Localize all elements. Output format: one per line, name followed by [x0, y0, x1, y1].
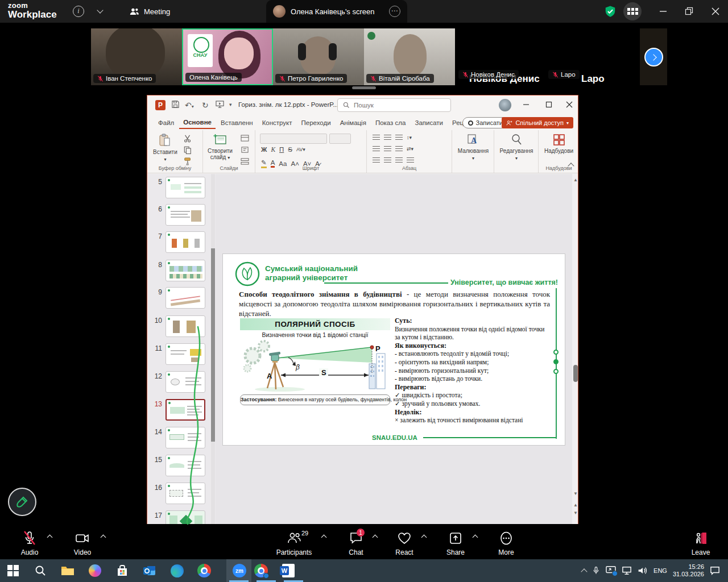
more-options-icon[interactable]: ⋯ — [389, 6, 400, 17]
video-button[interactable]: Video — [66, 531, 99, 556]
drawing-button[interactable]: A Малювання▾ — [457, 134, 490, 161]
apps-grid-icon[interactable] — [623, 2, 642, 20]
tray-network-icon[interactable] — [622, 566, 632, 575]
quick-access-chevron-icon[interactable]: ▾ — [229, 102, 232, 107]
react-options-chevron[interactable] — [421, 535, 427, 541]
tray-mic-icon[interactable] — [592, 566, 600, 576]
tab-file[interactable]: Файл — [154, 117, 178, 128]
decrease-indent-icon[interactable] — [373, 146, 380, 152]
tab-meeting[interactable]: Meeting — [122, 0, 178, 23]
font-name-select[interactable] — [260, 134, 327, 144]
video-tile[interactable]: Петро Гавриленко — [273, 28, 364, 85]
react-button[interactable]: React — [389, 531, 420, 556]
start-presentation-icon[interactable] — [216, 100, 224, 109]
thumbnail-slide-10[interactable]: 10 — [147, 315, 216, 338]
editing-button[interactable]: Редагування▾ — [499, 134, 534, 161]
bold-button[interactable]: Ж — [261, 146, 267, 153]
account-avatar[interactable] — [499, 99, 511, 111]
zoom-app-icon[interactable]: zm — [232, 563, 247, 578]
video-tile[interactable]: Іван Степченко — [91, 28, 182, 85]
scroll-up-icon[interactable]: ▲ — [573, 177, 578, 182]
scrollbar-thumb[interactable] — [573, 365, 578, 382]
thumbnail-slide-17[interactable]: 17 — [147, 510, 216, 524]
chevron-down-icon[interactable] — [97, 7, 103, 13]
slide-layout-icon[interactable] — [241, 135, 249, 142]
share-document-button[interactable]: Спільний доступ ▾ — [502, 117, 573, 128]
strikethrough-button[interactable]: S — [288, 146, 292, 153]
leave-button[interactable]: Leave — [685, 531, 717, 556]
security-shield-icon[interactable] — [604, 5, 617, 18]
taskbar-clock[interactable]: 15:26 31.03.2026 — [673, 563, 704, 578]
increase-indent-icon[interactable] — [384, 146, 391, 152]
video-options-chevron[interactable] — [101, 535, 106, 541]
text-direction-icon[interactable]: ⇄▾ — [407, 146, 413, 152]
font-size-select[interactable] — [329, 134, 351, 144]
tab-slideshow[interactable]: Показ сла — [371, 117, 410, 128]
annotate-button[interactable] — [8, 488, 36, 516]
audio-button[interactable]: Audio — [13, 531, 46, 556]
thumbnail-slide-7[interactable]: 7 — [147, 231, 216, 254]
thumbnail-slide-12[interactable]: 12 — [147, 371, 216, 394]
columns-icon[interactable] — [395, 146, 403, 152]
thumbnail-slide-5[interactable]: 5 — [147, 177, 216, 199]
justify-icon[interactable] — [407, 157, 414, 163]
thumbnail-slide-9[interactable]: 9 — [147, 287, 216, 310]
word-icon[interactable]: W — [281, 563, 296, 578]
taskbar-search-icon[interactable] — [33, 563, 48, 578]
chrome-icon[interactable] — [197, 563, 212, 578]
tab-screen-share[interactable]: Олена Канівець's screen ⋯ — [266, 0, 407, 23]
undo-icon[interactable]: ↶▾ — [185, 101, 194, 110]
align-right-icon[interactable] — [395, 157, 403, 163]
search-input[interactable]: Пошук — [337, 98, 451, 112]
video-tile-active-speaker[interactable]: СНАУ Олена Канівець — [182, 28, 273, 85]
notification-center-icon[interactable] — [710, 566, 720, 575]
restore-button[interactable] — [677, 0, 702, 23]
thumbnail-slide-15[interactable]: 15 — [147, 455, 216, 477]
ppt-close-button[interactable] — [558, 95, 578, 114]
align-left-icon[interactable] — [373, 157, 380, 163]
numbering-icon[interactable] — [384, 135, 391, 140]
close-button[interactable] — [703, 0, 728, 23]
new-slide-button[interactable]: Створитислайд ▾ — [208, 134, 233, 160]
char-spacing-icon[interactable]: AV▾ — [296, 147, 305, 152]
edge-icon[interactable] — [169, 563, 184, 578]
paste-button[interactable]: Вставити▾ — [153, 134, 177, 162]
audio-options-chevron[interactable] — [47, 535, 53, 541]
language-indicator[interactable]: ENG — [653, 567, 667, 574]
format-painter-icon[interactable] — [184, 157, 192, 165]
thumbnail-slide-16[interactable]: 16 — [147, 483, 216, 505]
align-center-icon[interactable] — [384, 157, 391, 163]
tab-home[interactable]: Основне — [179, 117, 216, 129]
thumbnail-slide-11[interactable]: 11 — [147, 343, 216, 366]
bullets-icon[interactable] — [373, 135, 380, 140]
thumbnail-slide-14[interactable]: 14 — [147, 427, 216, 450]
scroll-down-icon[interactable]: ▼ — [573, 491, 578, 496]
chrome-notification-icon[interactable] — [254, 563, 268, 578]
slide-scrollbar[interactable]: ▲ ▼ ▲ ▼ — [572, 174, 578, 524]
section-icon[interactable] — [241, 157, 249, 165]
underline-button[interactable]: П — [279, 146, 284, 153]
next-page-button[interactable] — [644, 48, 663, 66]
previous-slide-icon[interactable]: ▲ — [573, 502, 578, 508]
ppt-maximize-button[interactable] — [537, 95, 560, 114]
reset-slide-icon[interactable] — [241, 146, 249, 153]
sort-icon[interactable]: ↕▾ — [407, 135, 412, 140]
redo-icon[interactable]: ↻ — [202, 101, 209, 110]
tab-animations[interactable]: Анімація — [336, 117, 370, 128]
tray-expand-chevron[interactable] — [581, 568, 587, 575]
participants-button[interactable]: 29 Participants — [273, 531, 315, 556]
addins-button[interactable]: Надбудови — [543, 134, 574, 154]
next-slide-icon[interactable]: ▼ — [573, 510, 578, 516]
cut-icon[interactable] — [184, 135, 192, 143]
zoom-app-active-tile[interactable]: zm — [226, 559, 251, 582]
thumbnail-scrollbar-thumb[interactable] — [211, 248, 215, 442]
save-icon[interactable] — [171, 100, 180, 109]
ppt-minimize-button[interactable] — [515, 95, 537, 114]
chat-options-chevron[interactable] — [373, 535, 378, 541]
share-screen-button[interactable]: Share — [439, 531, 472, 556]
start-button[interactable] — [6, 563, 20, 578]
copy-icon[interactable] — [184, 146, 192, 154]
minimize-button[interactable] — [651, 0, 676, 23]
italic-button[interactable]: К — [271, 146, 275, 153]
thumbnail-slide-8[interactable]: 8 — [147, 260, 216, 282]
